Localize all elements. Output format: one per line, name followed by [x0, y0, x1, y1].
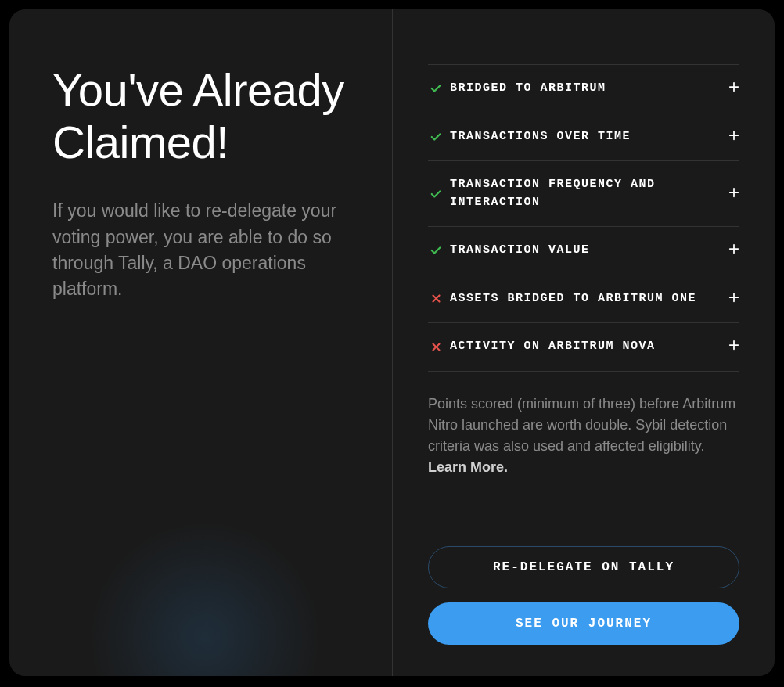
- plus-icon[interactable]: [728, 292, 739, 306]
- plus-icon[interactable]: [728, 130, 739, 144]
- criterion-label: ACTIVITY ON ARBITRUM NOVA: [450, 338, 728, 356]
- plus-icon[interactable]: [728, 81, 739, 95]
- check-icon: [428, 189, 444, 200]
- button-group: RE-DELEGATE ON TALLY SEE OUR JOURNEY: [428, 523, 739, 645]
- criterion-row[interactable]: BRIDGED TO ARBITRUM: [428, 65, 739, 113]
- x-icon: [428, 293, 444, 304]
- criterion-row[interactable]: ACTIVITY ON ARBITRUM NOVA: [428, 323, 739, 372]
- check-icon: [428, 83, 444, 94]
- criterion-label: BRIDGED TO ARBITRUM: [450, 80, 728, 98]
- page-title: You've Already Claimed!: [52, 64, 349, 168]
- criterion-row[interactable]: ASSETS BRIDGED TO ARBITRUM ONE: [428, 275, 739, 324]
- left-panel: You've Already Claimed! If you would lik…: [9, 9, 393, 676]
- x-icon: [428, 342, 444, 352]
- criterion-label: ASSETS BRIDGED TO ARBITRUM ONE: [450, 290, 728, 308]
- page-subtitle: If you would like to re-delegate your vo…: [52, 198, 349, 302]
- plus-icon[interactable]: [728, 187, 739, 201]
- main-card: You've Already Claimed! If you would lik…: [9, 9, 775, 676]
- criterion-row[interactable]: TRANSACTION FREQUENCY AND INTERACTION: [428, 161, 739, 227]
- check-icon: [428, 245, 444, 256]
- criteria-list: BRIDGED TO ARBITRUMTRANSACTIONS OVER TIM…: [428, 64, 739, 372]
- plus-icon[interactable]: [728, 340, 739, 354]
- right-panel: BRIDGED TO ARBITRUMTRANSACTIONS OVER TIM…: [393, 9, 775, 676]
- criterion-label: TRANSACTIONS OVER TIME: [450, 128, 728, 146]
- criterion-label: TRANSACTION VALUE: [450, 242, 728, 260]
- eligibility-note: Points scored (minimum of three) before …: [428, 394, 739, 478]
- criterion-row[interactable]: TRANSACTIONS OVER TIME: [428, 113, 739, 162]
- journey-button[interactable]: SEE OUR JOURNEY: [428, 602, 739, 645]
- redelegate-button[interactable]: RE-DELEGATE ON TALLY: [428, 546, 739, 588]
- criterion-row[interactable]: TRANSACTION VALUE: [428, 227, 739, 275]
- note-text: Points scored (minimum of three) before …: [428, 396, 735, 454]
- criterion-label: TRANSACTION FREQUENCY AND INTERACTION: [450, 176, 728, 211]
- plus-icon[interactable]: [728, 243, 739, 257]
- check-icon: [428, 131, 444, 142]
- learn-more-link[interactable]: Learn More.: [428, 459, 508, 475]
